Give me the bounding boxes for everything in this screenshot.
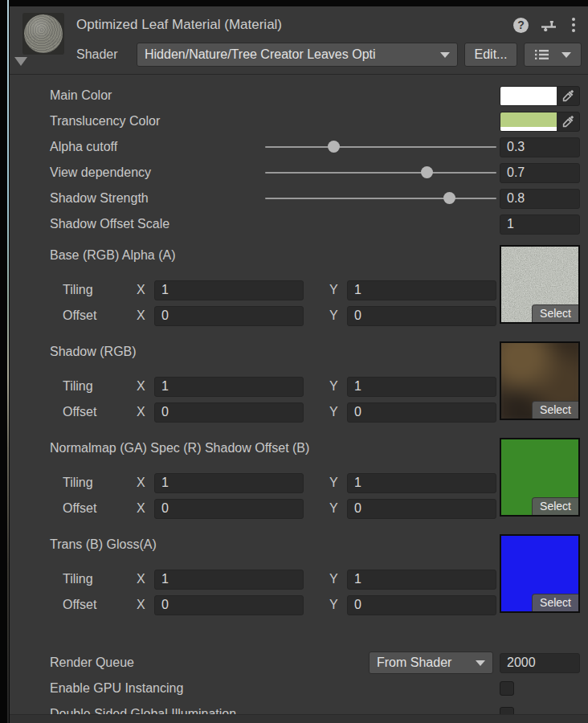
material-preview-sphere xyxy=(24,14,63,53)
y-label: Y xyxy=(329,598,347,612)
shadow-offset-scale-value-field[interactable] xyxy=(500,214,580,235)
translucency-color-swatch[interactable] xyxy=(500,112,580,132)
property-row-gpu-instancing: Enable GPU Instancing xyxy=(10,676,588,701)
slider-handle[interactable] xyxy=(421,166,433,178)
dock-separator-line xyxy=(7,0,9,723)
tiling-label: Tiling xyxy=(63,572,137,586)
base-select-button[interactable]: Select xyxy=(532,304,578,322)
shadow-select-button[interactable]: Select xyxy=(532,401,578,419)
render-queue-dropdown-value: From Shader xyxy=(377,656,471,670)
gpu-instancing-checkbox[interactable] xyxy=(500,681,514,696)
x-label: X xyxy=(137,476,154,490)
view-dependency-slider[interactable] xyxy=(265,163,496,182)
chevron-down-icon xyxy=(440,52,450,58)
x-label: X xyxy=(137,283,154,297)
normalmap-tiling-x-field[interactable] xyxy=(154,473,304,493)
slider-handle[interactable] xyxy=(443,192,455,204)
material-inspector-panel: Optimized Leaf Material (Material) ? xyxy=(10,6,588,723)
inspector-header: Optimized Leaf Material (Material) ? xyxy=(10,6,588,75)
trans-texture-label: Trans (B) Gloss(A) xyxy=(50,537,157,552)
shadow-tiling-y-field[interactable] xyxy=(347,377,496,397)
normalmap-offset-x-field[interactable] xyxy=(154,499,304,519)
shadow-strength-value-field[interactable] xyxy=(500,189,580,209)
material-properties: Main Color xyxy=(10,75,588,723)
normalmap-tiling-y-field[interactable] xyxy=(347,473,496,493)
view-dependency-label: View dependency xyxy=(50,165,265,180)
base-texture-thumbnail[interactable]: Select xyxy=(500,245,580,324)
shader-dropdown[interactable]: Hidden/Nature/Tree Creator Leaves Opti xyxy=(137,43,458,67)
base-texture-label: Base (RGB) Alpha (A) xyxy=(50,248,176,263)
view-dependency-value-field[interactable] xyxy=(500,163,580,183)
x-label: X xyxy=(137,379,154,394)
property-row-shadow-strength: Shadow Strength xyxy=(10,186,588,211)
translucency-color-label: Translucency Color xyxy=(50,114,500,129)
shadow-texture-label: Shadow (RGB) xyxy=(50,345,137,359)
slider-handle[interactable] xyxy=(328,141,340,153)
main-color-swatch[interactable] xyxy=(500,86,580,106)
base-tiling-x-field[interactable] xyxy=(154,280,304,300)
normalmap-select-button[interactable]: Select xyxy=(532,497,578,515)
texture-section-normalmap: Normalmap (GA) Spec (R) Shadow Offset (B… xyxy=(10,436,588,526)
shader-edit-button[interactable]: Edit... xyxy=(464,43,517,67)
shadow-texture-thumbnail[interactable]: Select xyxy=(500,341,580,420)
property-row-translucency-color: Translucency Color xyxy=(10,108,588,134)
y-label: Y xyxy=(329,308,347,323)
kebab-menu-icon[interactable] xyxy=(569,17,578,33)
dock-left-edge xyxy=(0,0,10,723)
offset-label: Offset xyxy=(63,405,137,419)
y-label: Y xyxy=(329,379,347,394)
base-offset-x-field[interactable] xyxy=(154,306,304,326)
trans-texture-thumbnail[interactable]: Select xyxy=(500,534,580,613)
shader-label: Shader xyxy=(76,47,130,62)
shadow-offset-x-field[interactable] xyxy=(154,402,304,423)
alpha-cutoff-label: Alpha cutoff xyxy=(50,140,265,154)
panel-footer-strip xyxy=(10,714,588,723)
trans-tiling-y-field[interactable] xyxy=(347,570,496,590)
trans-offset-x-field[interactable] xyxy=(154,595,304,615)
chevron-down-icon xyxy=(561,52,571,58)
trans-select-button[interactable]: Select xyxy=(532,594,578,611)
window-top-edge xyxy=(0,0,588,6)
x-label: X xyxy=(137,501,154,516)
texture-section-trans: Trans (B) Gloss(A) Tiling X Y Offset X Y xyxy=(10,533,588,623)
render-queue-value-field[interactable] xyxy=(500,653,580,673)
alpha-cutoff-slider[interactable] xyxy=(265,137,496,157)
presets-icon[interactable] xyxy=(541,18,557,32)
normalmap-offset-y-field[interactable] xyxy=(347,499,496,519)
shadow-tiling-x-field[interactable] xyxy=(154,377,304,397)
chevron-down-icon xyxy=(476,660,485,666)
eyedropper-icon[interactable] xyxy=(557,112,579,131)
property-row-alpha-cutoff: Alpha cutoff xyxy=(10,134,588,160)
tiling-label: Tiling xyxy=(63,283,137,297)
property-row-view-dependency: View dependency xyxy=(10,160,588,186)
help-icon[interactable]: ? xyxy=(513,18,529,33)
gpu-instancing-label: Enable GPU Instancing xyxy=(50,681,500,696)
shader-extras-button[interactable] xyxy=(524,43,582,67)
alpha-bar xyxy=(500,101,557,105)
list-icon xyxy=(535,49,549,60)
y-label: Y xyxy=(329,283,347,297)
trans-tiling-x-field[interactable] xyxy=(154,570,304,590)
property-row-main-color: Main Color xyxy=(10,83,588,108)
base-tiling-y-field[interactable] xyxy=(347,280,496,300)
offset-label: Offset xyxy=(63,501,137,516)
shadow-strength-label: Shadow Strength xyxy=(50,191,265,206)
offset-label: Offset xyxy=(63,598,137,612)
shadow-strength-slider[interactable] xyxy=(265,189,496,208)
foldout-arrow-icon[interactable] xyxy=(14,57,27,66)
y-label: Y xyxy=(329,476,347,490)
base-offset-y-field[interactable] xyxy=(347,306,496,326)
render-queue-label: Render Queue xyxy=(50,656,369,670)
alpha-cutoff-value-field[interactable] xyxy=(500,137,580,157)
property-row-shadow-offset-scale: Shadow Offset Scale xyxy=(10,211,588,237)
tiling-label: Tiling xyxy=(63,379,137,394)
normalmap-texture-thumbnail[interactable]: Select xyxy=(500,438,580,517)
material-title: Optimized Leaf Material (Material) xyxy=(76,17,513,33)
shadow-offset-y-field[interactable] xyxy=(347,402,496,423)
render-queue-dropdown[interactable]: From Shader xyxy=(369,652,493,674)
eyedropper-icon[interactable] xyxy=(557,87,579,105)
alpha-bar xyxy=(500,127,557,131)
x-label: X xyxy=(137,598,154,612)
offset-label: Offset xyxy=(63,308,137,323)
trans-offset-y-field[interactable] xyxy=(347,595,496,615)
